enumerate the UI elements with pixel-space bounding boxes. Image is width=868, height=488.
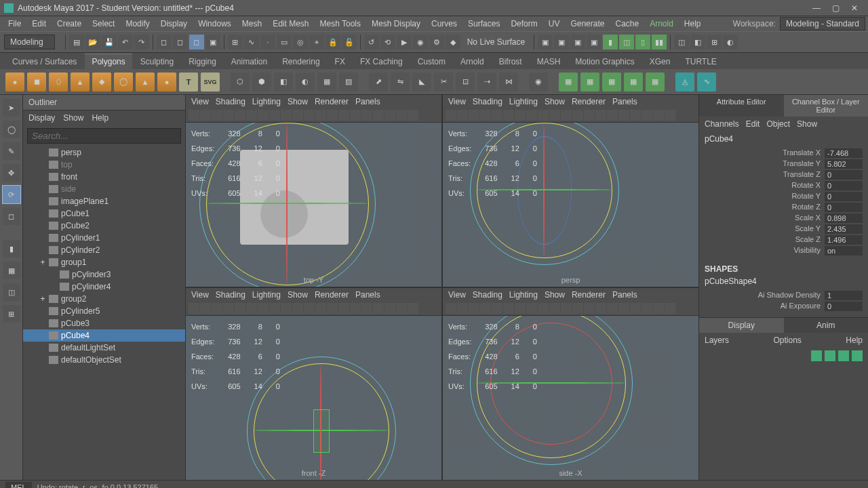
shelf-tab-animation[interactable]: Animation <box>224 54 274 69</box>
subdivide-icon[interactable]: ▦ <box>317 73 336 92</box>
channel-value[interactable]: -7.468 <box>825 148 863 158</box>
vp-tool-icon[interactable] <box>384 303 395 314</box>
vp-tool-icon[interactable] <box>327 303 338 314</box>
snap-grid-icon[interactable]: ⊞ <box>228 35 243 49</box>
render-view-icon[interactable]: ▣ <box>538 35 553 49</box>
outliner-item-defaultObjectSet[interactable]: defaultObjectSet <box>23 354 185 366</box>
viewport-top[interactable]: ViewShadingLightingShowRendererPanels Ve… <box>186 95 441 287</box>
outliner-menu-show[interactable]: Show <box>63 113 83 123</box>
history-icon[interactable]: ↺ <box>364 35 379 49</box>
outliner-item-pCube1[interactable]: pCube1 <box>23 207 185 220</box>
live-surface-toggle-icon[interactable]: ◆ <box>446 35 460 49</box>
vp-tool-icon[interactable] <box>618 303 629 314</box>
vp-tool-icon[interactable] <box>373 303 384 314</box>
vp-menu-show[interactable]: Show <box>545 97 565 106</box>
undo-icon[interactable]: ↶ <box>118 35 133 49</box>
vp-tool-icon[interactable] <box>408 110 418 121</box>
vp-tool-icon[interactable] <box>630 303 641 314</box>
poly-type-icon[interactable]: T <box>179 73 198 92</box>
vp-tool-icon[interactable] <box>653 303 664 314</box>
menu-mesh-tools[interactable]: Mesh Tools <box>315 17 366 30</box>
shaded-icon[interactable]: ◐ <box>723 35 738 49</box>
vp-tool-icon[interactable] <box>618 110 629 121</box>
layer-move-down-icon[interactable] <box>825 350 835 361</box>
vp-tool-icon[interactable] <box>189 303 199 314</box>
vp-tool-icon[interactable] <box>549 110 560 121</box>
symmetry-icon[interactable]: ◧ <box>690 35 705 49</box>
shelf-tab-curves[interactable]: Curves / Surfaces <box>5 54 83 69</box>
vp-tool-icon[interactable] <box>469 110 479 121</box>
menu-deform[interactable]: Deform <box>505 17 542 30</box>
uv-sphere-icon[interactable]: ▦ <box>624 73 643 92</box>
shelf-tab-rigging[interactable]: Rigging <box>182 54 223 69</box>
vp-tool-icon[interactable] <box>653 110 664 121</box>
panel-layout4-icon[interactable]: ▮▮ <box>652 35 667 49</box>
panel-layout3-icon[interactable]: ▯ <box>635 35 650 49</box>
channel-value[interactable]: 0 <box>825 170 863 180</box>
outliner-item-group2[interactable]: +group2 <box>23 293 185 305</box>
tab-attribute-editor[interactable]: Attribute Editor <box>699 95 784 117</box>
vp-menu-lighting[interactable]: Lighting <box>252 97 281 106</box>
layer-tab-anim[interactable]: Anim <box>784 318 869 333</box>
vp-tool-icon[interactable] <box>361 110 372 121</box>
uv-planar-icon[interactable]: ▦ <box>559 73 578 92</box>
poly-sphere-icon[interactable]: ● <box>5 73 24 92</box>
vp-tool-icon[interactable] <box>526 303 537 314</box>
lasso-tool-icon[interactable]: ◯ <box>3 121 20 138</box>
outliner-item-pCylinder1[interactable]: pCylinder1 <box>23 232 185 244</box>
smooth-icon[interactable]: ◐ <box>296 73 315 92</box>
vp-tool-icon[interactable] <box>212 303 222 314</box>
outliner-item-pCylinder2[interactable]: pCylinder2 <box>23 244 185 256</box>
vp-tool-icon[interactable] <box>584 303 595 314</box>
vp-menu-lighting[interactable]: Lighting <box>509 290 538 300</box>
outliner-item-pCylinder4[interactable]: pCylinder4 <box>23 281 185 293</box>
vp-tool-icon[interactable] <box>526 110 537 121</box>
vp-tool-icon[interactable] <box>607 110 618 121</box>
channel-value[interactable]: 0 <box>825 192 863 201</box>
channel-menu-edit[interactable]: Edit <box>746 119 760 129</box>
poly-plane-icon[interactable]: ◆ <box>92 73 111 92</box>
scale-tool-icon[interactable]: ◻ <box>3 207 20 225</box>
vp-tool-icon[interactable] <box>304 110 315 121</box>
menu-modify[interactable]: Modify <box>120 17 155 30</box>
panel-layout2-icon[interactable]: ◫ <box>619 35 634 49</box>
vp-tool-icon[interactable] <box>315 303 326 314</box>
channel-value[interactable]: 0 <box>825 302 863 311</box>
vp-tool-icon[interactable] <box>292 303 303 314</box>
vp-tool-icon[interactable] <box>469 303 479 314</box>
combine-icon[interactable]: ⬡ <box>231 73 250 92</box>
outliner-search[interactable] <box>27 128 181 144</box>
channel-value[interactable]: 2.435 <box>825 224 863 234</box>
vp-menu-panels[interactable]: Panels <box>355 97 380 106</box>
snap-live-icon[interactable]: ◎ <box>293 35 308 49</box>
menu-set-selector[interactable]: Modeling <box>4 35 55 49</box>
menu-create[interactable]: Create <box>52 17 87 30</box>
extrude-icon[interactable]: ⬈ <box>369 73 388 92</box>
shelf-tab-rendering[interactable]: Rendering <box>275 54 326 69</box>
vp-menu-view[interactable]: View <box>448 97 466 106</box>
vp-tool-icon[interactable] <box>292 110 303 121</box>
poly-cone-icon[interactable]: ▲ <box>71 73 90 92</box>
vp-tool-icon[interactable] <box>538 110 549 121</box>
multicut-icon[interactable]: ✂ <box>434 73 453 92</box>
outliner-tree[interactable]: persptopfrontsideimagePlane1pCube1pCube2… <box>23 146 185 480</box>
layout-three-icon[interactable]: ⊞ <box>3 305 20 323</box>
vp-menu-renderer[interactable]: Renderer <box>572 97 606 106</box>
layer-tab-display[interactable]: Display <box>699 318 784 333</box>
shelf-tab-motiongraphics[interactable]: Motion Graphics <box>568 54 641 69</box>
channel-value[interactable]: 5.802 <box>825 159 863 169</box>
vp-tool-icon[interactable] <box>327 110 338 121</box>
save-scene-icon[interactable]: 💾 <box>102 35 117 49</box>
move-tool-icon[interactable]: ✥ <box>3 164 20 182</box>
select-mask-icon[interactable]: ▣ <box>205 35 220 49</box>
menu-windows[interactable]: Windows <box>193 17 237 30</box>
workspace-selector[interactable]: Modeling - Standard <box>780 17 865 30</box>
uv-auto-icon[interactable]: ▦ <box>580 73 599 92</box>
outliner-menu-help[interactable]: Help <box>92 113 108 123</box>
vp-tool-icon[interactable] <box>350 303 361 314</box>
vp-tool-icon[interactable] <box>373 110 384 121</box>
shelf-tab-fxcaching[interactable]: FX Caching <box>353 54 410 69</box>
poly-disc-icon[interactable]: ● <box>157 73 176 92</box>
vp-tool-icon[interactable] <box>572 303 583 314</box>
vp-tool-icon[interactable] <box>396 303 407 314</box>
